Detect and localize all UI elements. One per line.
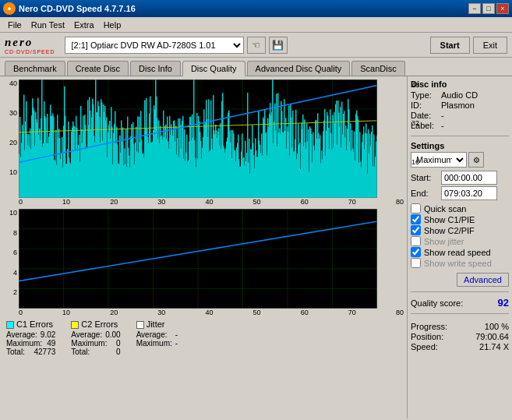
exit-button[interactable]: Exit bbox=[473, 37, 507, 54]
bottom-chart bbox=[19, 209, 377, 309]
c2-max: 0 bbox=[116, 339, 121, 348]
show-c2-pif-label: Show C2/PIF bbox=[424, 226, 475, 235]
settings-icon-btn[interactable]: ⚙ bbox=[468, 152, 484, 168]
c2-avg-label: Average: bbox=[71, 330, 102, 339]
top-y-labels: 40 30 20 10 bbox=[3, 79, 19, 198]
c2-label: C2 Errors bbox=[81, 319, 118, 329]
save-icon-btn[interactable]: 💾 bbox=[269, 37, 288, 54]
c2-legend-box bbox=[71, 321, 79, 329]
position-label: Position: bbox=[411, 332, 443, 341]
quick-scan-checkbox[interactable] bbox=[411, 203, 421, 214]
drive-select[interactable]: [2:1] Optiarc DVD RW AD-7280S 1.01 bbox=[65, 37, 244, 54]
speed-value: 21.74 X bbox=[479, 342, 509, 351]
type-value: Audio CD bbox=[441, 90, 478, 100]
jitter-max-label: Maximum: bbox=[136, 339, 172, 348]
c2-total: 0 bbox=[116, 348, 121, 356]
c1-avg-label: Average: bbox=[6, 330, 37, 339]
menu-help[interactable]: Help bbox=[99, 19, 126, 30]
title-bar-buttons: − □ × bbox=[468, 3, 509, 14]
c2-max-label: Maximum: bbox=[71, 339, 107, 348]
window-title: Nero CD-DVD Speed 4.7.7.16 bbox=[19, 4, 136, 13]
settings-section: Settings Maximum ⚙ Start: End: Quick sca… bbox=[411, 141, 509, 287]
close-button[interactable]: × bbox=[496, 3, 509, 14]
disc-info-title: Disc info bbox=[411, 79, 509, 89]
speed-label: Speed: bbox=[411, 342, 438, 351]
tab-scandisc[interactable]: ScanDisc bbox=[351, 61, 404, 76]
app-icon: ● bbox=[3, 2, 16, 15]
right-panel: Disc info Type:Audio CD ID:Plasmon Date:… bbox=[407, 76, 512, 418]
maximize-button[interactable]: □ bbox=[482, 3, 495, 14]
quality-section: Quality score: 92 bbox=[411, 297, 509, 309]
show-read-speed-checkbox[interactable] bbox=[411, 247, 421, 257]
id-value: Plasmon bbox=[441, 101, 475, 110]
c1-max-label: Maximum: bbox=[6, 339, 42, 348]
legend: C1 Errors Average:9.02 Maximum:49 Total:… bbox=[3, 316, 404, 356]
c1-avg: 9.02 bbox=[41, 330, 55, 339]
show-c1-pie-checkbox[interactable] bbox=[411, 214, 421, 224]
position-value: 79:00.64 bbox=[475, 332, 509, 341]
tab-benchmark[interactable]: Benchmark bbox=[5, 61, 65, 76]
menu-bar: File Run Test Extra Help bbox=[0, 17, 512, 33]
show-write-speed-label: Show write speed bbox=[424, 259, 492, 268]
show-c1-pie-label: Show C1/PIE bbox=[424, 215, 475, 224]
tab-advanced-disc-quality[interactable]: Advanced Disc Quality bbox=[247, 61, 351, 76]
menu-extra[interactable]: Extra bbox=[69, 19, 99, 30]
logo-nero: nero bbox=[5, 36, 55, 49]
show-read-speed-label: Show read speed bbox=[424, 248, 491, 257]
jitter-label: Jitter bbox=[147, 319, 165, 329]
minimize-button[interactable]: − bbox=[468, 3, 481, 14]
jitter-avg-label: Average: bbox=[136, 330, 168, 339]
main-content: 40 30 20 10 48 32 16 0102030 bbox=[0, 76, 512, 418]
progress-label: Progress: bbox=[411, 322, 447, 331]
c1-legend-box bbox=[6, 321, 14, 329]
c1-label: C1 Errors bbox=[16, 319, 53, 329]
progress-section: Progress: 100 % Position: 79:00.64 Speed… bbox=[411, 322, 509, 352]
end-time-input[interactable] bbox=[441, 186, 497, 200]
start-time-input[interactable] bbox=[441, 171, 497, 185]
bottom-x-labels: 01020304050607080 bbox=[3, 309, 404, 316]
quick-scan-label: Quick scan bbox=[424, 204, 466, 214]
show-c2-pif-checkbox[interactable] bbox=[411, 225, 421, 235]
chart-area: 40 30 20 10 48 32 16 0102030 bbox=[0, 76, 407, 418]
tabs: Benchmark Create Disc Disc Info Disc Qua… bbox=[0, 58, 512, 76]
hand-icon-btn[interactable]: ☜ bbox=[247, 37, 266, 54]
logo-cdspeed: CD·DVD/SPEED bbox=[5, 49, 55, 55]
quality-label: Quality score: bbox=[411, 298, 463, 308]
disc-info-section: Disc info Type:Audio CD ID:Plasmon Date:… bbox=[411, 79, 509, 131]
jitter-avg: - bbox=[175, 330, 178, 339]
tab-create-disc[interactable]: Create Disc bbox=[67, 61, 129, 76]
date-value: - bbox=[441, 111, 444, 120]
jitter-legend-box bbox=[136, 321, 144, 329]
bottom-y-labels: 10 8 6 4 2 bbox=[3, 209, 19, 309]
title-bar: ● Nero CD-DVD Speed 4.7.7.16 − □ × bbox=[0, 0, 512, 17]
disc-label-value: - bbox=[441, 121, 444, 130]
c1-total-label: Total: bbox=[6, 348, 25, 356]
top-x-labels: 01020304050607080 bbox=[3, 198, 404, 206]
menu-run-test[interactable]: Run Test bbox=[26, 19, 69, 30]
tab-disc-info[interactable]: Disc Info bbox=[130, 61, 181, 76]
c1-max: 49 bbox=[47, 339, 55, 348]
advanced-button[interactable]: Advanced bbox=[457, 273, 509, 287]
c2-avg: 0.00 bbox=[105, 330, 120, 339]
nero-logo: nero CD·DVD/SPEED bbox=[5, 36, 55, 55]
tab-disc-quality[interactable]: Disc Quality bbox=[182, 61, 245, 76]
menu-file[interactable]: File bbox=[3, 19, 26, 30]
progress-value: 100 % bbox=[485, 322, 509, 331]
c2-total-label: Total: bbox=[71, 348, 90, 356]
jitter-max: - bbox=[175, 339, 178, 348]
top-chart bbox=[19, 79, 377, 198]
show-write-speed-checkbox[interactable] bbox=[411, 258, 421, 268]
show-jitter-label: Show jitter bbox=[424, 237, 464, 246]
show-jitter-checkbox[interactable] bbox=[411, 236, 421, 246]
start-button[interactable]: Start bbox=[430, 37, 470, 54]
c1-total: 42773 bbox=[34, 348, 56, 356]
quality-score: 92 bbox=[498, 297, 509, 309]
toolbar: nero CD·DVD/SPEED [2:1] Optiarc DVD RW A… bbox=[0, 33, 512, 58]
settings-title: Settings bbox=[411, 141, 509, 150]
